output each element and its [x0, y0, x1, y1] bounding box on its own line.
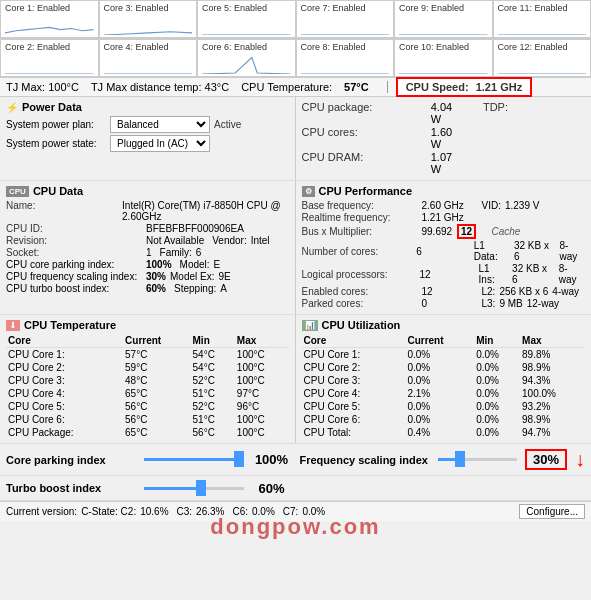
- temp-title: 🌡 CPU Temperature: [6, 319, 289, 331]
- turbo-slider[interactable]: [144, 480, 244, 496]
- cores-row1: Core 1: Enabled Core 3: Enabled Core 5: …: [0, 0, 591, 39]
- table-row: CPU Core 3:0.0%0.0%94.3%: [302, 374, 586, 387]
- c2-label: C-State: C2:: [81, 506, 136, 517]
- cpu-speed-box: CPU Speed: 1.21 GHz: [396, 77, 533, 97]
- turbo-value: 60%: [252, 481, 292, 496]
- freq-scaling-section: Frequency scaling index 30% ↓: [300, 448, 586, 471]
- freq-scaling-label: Frequency scaling index: [300, 454, 430, 466]
- tj-bar: TJ Max: 100°C TJ Max distance temp: 43°C…: [0, 78, 591, 97]
- core-4: Core 4: Enabled: [99, 39, 198, 77]
- table-row: CPU Core 3:48°C52°C100°C: [6, 374, 289, 387]
- table-row: CPU Core 6:56°C51°C100°C: [6, 413, 289, 426]
- turbo-row: Turbo boost index 60%: [0, 476, 591, 501]
- cpu-data-panel: CPU CPU Data Name:Intel(R) Core(TM) i7-8…: [0, 181, 296, 314]
- util-title: 📊 CPU Utilization: [302, 319, 586, 331]
- core-1: Core 1: Enabled: [0, 0, 99, 38]
- core-10: Core 10: Enabled: [394, 39, 493, 77]
- util-table: Core Current Min Max CPU Core 1:0.0%0.0%…: [302, 334, 586, 439]
- parking-value: 100%: [252, 452, 292, 467]
- table-row: CPU Package:65°C56°C100°C: [6, 426, 289, 439]
- c2-val: 10.6%: [140, 506, 168, 517]
- table-row: CPU Core 5:56°C52°C96°C: [6, 400, 289, 413]
- cpu-perf-panel: ⚙ CPU Performance Base frequency: 2.60 G…: [296, 181, 592, 314]
- core-11: Core 11: Enabled: [493, 0, 592, 38]
- core-3: Core 3: Enabled: [99, 0, 198, 38]
- tj-distance: TJ Max distance temp: 43°C: [91, 81, 229, 93]
- power-panel: ⚡ Power Data System power plan: Balanced…: [0, 97, 296, 180]
- temp-panel: 🌡 CPU Temperature Core Current Min Max C…: [0, 315, 296, 443]
- table-row: CPU Core 4:2.1%0.0%100.0%: [302, 387, 586, 400]
- tj-max: TJ Max: 100°C: [6, 81, 79, 93]
- cores-row2: Core 2: Enabled Core 4: Enabled Core 6: …: [0, 39, 591, 78]
- cpu-temp-label: CPU Temperature:: [241, 81, 332, 93]
- table-row: CPU Core 1:0.0%0.0%89.8%: [302, 348, 586, 362]
- cpu-data-title: CPU CPU Data: [6, 185, 289, 197]
- core-6: Core 6: Enabled: [197, 39, 296, 77]
- core-9: Core 9: Enabled: [394, 0, 493, 38]
- configure-button[interactable]: Configure...: [519, 504, 585, 519]
- c7-label: C7:: [283, 506, 299, 517]
- power-title: ⚡ Power Data: [6, 101, 289, 113]
- cpu-perf-title: ⚙ CPU Performance: [302, 185, 586, 197]
- c3-label: C3:: [177, 506, 193, 517]
- power-state-select[interactable]: Plugged In (AC): [110, 135, 210, 152]
- cpu-temp-val: 57°C: [344, 81, 369, 93]
- parking-freq-row: Core parking index 100% Frequency scalin…: [0, 444, 591, 476]
- power-plan-select[interactable]: Balanced: [110, 116, 210, 133]
- temp-table: Core Current Min Max CPU Core 1:57°C54°C…: [6, 334, 289, 439]
- power-state-row: System power state: Plugged In (AC): [6, 135, 289, 152]
- cpu-watts-panel: CPU package:4.04 W CPU cores:1.60 W CPU …: [296, 97, 592, 180]
- c3-val: 26.3%: [196, 506, 224, 517]
- temp-util-row: 🌡 CPU Temperature Core Current Min Max C…: [0, 315, 591, 444]
- bottom-bar: Current version: C-State: C2: 10.6% C3: …: [0, 501, 591, 521]
- cpu-data-perf-row: CPU CPU Data Name:Intel(R) Core(TM) i7-8…: [0, 181, 591, 315]
- parking-label: Core parking index: [6, 454, 136, 466]
- table-row: CPU Core 2:0.0%0.0%98.9%: [302, 361, 586, 374]
- table-row: CPU Core 1:57°C54°C100°C: [6, 348, 289, 362]
- c7-val: 0.0%: [302, 506, 325, 517]
- table-row: CPU Total:0.4%0.0%94.7%: [302, 426, 586, 439]
- c6-label: C6:: [232, 506, 248, 517]
- table-row: CPU Core 2:59°C54°C100°C: [6, 361, 289, 374]
- c6-val: 0.0%: [252, 506, 275, 517]
- core-7: Core 7: Enabled: [296, 0, 395, 38]
- util-panel: 📊 CPU Utilization Core Current Min Max C…: [296, 315, 592, 443]
- table-row: CPU Core 4:65°C51°C97°C: [6, 387, 289, 400]
- multiplier-highlight: 12: [457, 224, 476, 239]
- current-ver-label: Current version:: [6, 506, 77, 517]
- parking-slider[interactable]: [144, 452, 244, 468]
- freq-scaling-value: 30%: [525, 449, 567, 470]
- core-8: Core 8: Enabled: [296, 39, 395, 77]
- core-5: Core 5: Enabled: [197, 0, 296, 38]
- table-row: CPU Core 5:0.0%0.0%93.2%: [302, 400, 586, 413]
- power-perf-row: ⚡ Power Data System power plan: Balanced…: [0, 97, 591, 181]
- core-2: Core 2: Enabled: [0, 39, 99, 77]
- turbo-label: Turbo boost index: [6, 482, 136, 494]
- power-plan-row: System power plan: Balanced Active: [6, 116, 289, 133]
- turbo-section: Turbo boost index 60%: [6, 480, 292, 496]
- freq-scaling-slider[interactable]: [438, 452, 517, 468]
- parking-section: Core parking index 100%: [6, 452, 292, 468]
- core-12: Core 12: Enabled: [493, 39, 592, 77]
- table-row: CPU Core 6:0.0%0.0%98.9%: [302, 413, 586, 426]
- red-arrow-icon: ↓: [575, 448, 585, 471]
